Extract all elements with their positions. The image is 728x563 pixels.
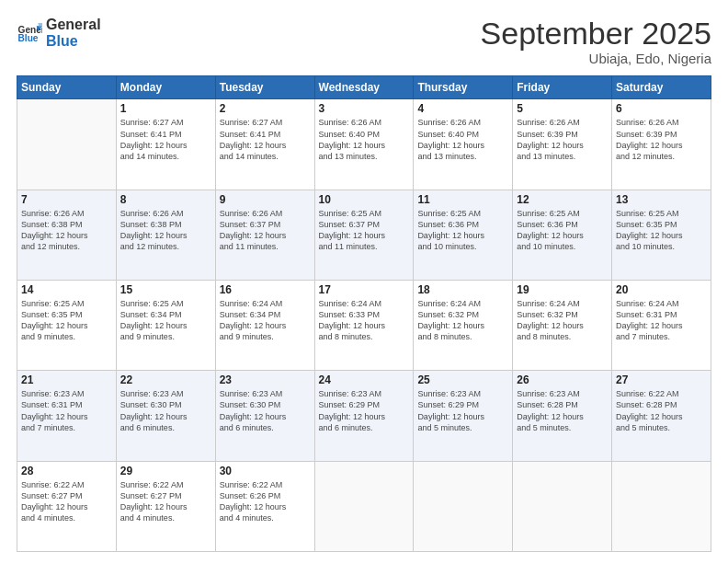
day-info: Sunrise: 6:26 AM: [517, 117, 608, 128]
day-info: and 5 minutes.: [417, 422, 508, 433]
day-number: 29: [120, 465, 211, 477]
day-number: 2: [220, 102, 311, 115]
day-number: 28: [21, 465, 112, 477]
day-info: Sunrise: 6:24 AM: [417, 298, 508, 309]
calendar-cell: 13Sunrise: 6:25 AMSunset: 6:35 PMDayligh…: [612, 190, 711, 280]
day-number: 11: [417, 193, 508, 206]
calendar-cell: [513, 461, 612, 551]
col-header-sunday: Sunday: [17, 76, 117, 99]
col-header-monday: Monday: [116, 76, 215, 99]
calendar-cell: [314, 461, 414, 551]
day-number: 27: [616, 373, 707, 386]
day-info: Daylight: 12 hours: [517, 411, 608, 422]
calendar-cell: 14Sunrise: 6:25 AMSunset: 6:35 PMDayligh…: [17, 281, 117, 371]
calendar-cell: 11Sunrise: 6:25 AMSunset: 6:36 PMDayligh…: [414, 190, 513, 280]
day-number: 26: [517, 373, 608, 386]
calendar-cell: 30Sunrise: 6:22 AMSunset: 6:26 PMDayligh…: [215, 461, 314, 551]
day-number: 25: [417, 373, 508, 386]
day-info: Sunset: 6:27 PM: [21, 490, 112, 501]
day-info: Sunrise: 6:24 AM: [319, 298, 410, 309]
day-info: Daylight: 12 hours: [517, 140, 608, 151]
day-number: 12: [517, 193, 608, 206]
calendar-cell: 3Sunrise: 6:26 AMSunset: 6:40 PMDaylight…: [314, 99, 414, 190]
day-info: Sunrise: 6:24 AM: [220, 298, 311, 309]
day-info: Daylight: 12 hours: [417, 140, 508, 151]
day-info: and 12 minutes.: [616, 151, 707, 162]
calendar-cell: 10Sunrise: 6:25 AMSunset: 6:37 PMDayligh…: [314, 190, 414, 280]
day-info: Daylight: 12 hours: [517, 230, 608, 241]
day-info: and 9 minutes.: [220, 331, 311, 342]
calendar-cell: 24Sunrise: 6:23 AMSunset: 6:29 PMDayligh…: [314, 371, 414, 461]
day-info: Sunset: 6:33 PM: [319, 309, 410, 320]
calendar-cell: 20Sunrise: 6:24 AMSunset: 6:31 PMDayligh…: [612, 281, 711, 371]
title-block: September 2025 Ubiaja, Edo, Nigeria: [481, 17, 711, 66]
calendar-cell: 2Sunrise: 6:27 AMSunset: 6:41 PMDaylight…: [215, 99, 314, 190]
calendar-cell: 18Sunrise: 6:24 AMSunset: 6:32 PMDayligh…: [414, 281, 513, 371]
day-info: Sunset: 6:34 PM: [220, 309, 311, 320]
day-info: Sunset: 6:38 PM: [21, 219, 112, 230]
day-info: Daylight: 12 hours: [120, 411, 211, 422]
calendar-cell: 15Sunrise: 6:25 AMSunset: 6:34 PMDayligh…: [116, 281, 215, 371]
day-info: and 4 minutes.: [120, 512, 211, 523]
calendar-cell: 5Sunrise: 6:26 AMSunset: 6:39 PMDaylight…: [513, 99, 612, 190]
day-info: Daylight: 12 hours: [319, 411, 410, 422]
day-info: Daylight: 12 hours: [417, 230, 508, 241]
day-info: Sunset: 6:27 PM: [120, 490, 211, 501]
day-number: 15: [120, 283, 211, 296]
day-info: Sunset: 6:37 PM: [220, 219, 311, 230]
day-info: Daylight: 12 hours: [220, 230, 311, 241]
day-info: Sunset: 6:32 PM: [417, 309, 508, 320]
day-info: Sunset: 6:40 PM: [417, 129, 508, 140]
day-number: 9: [220, 193, 311, 206]
day-number: 13: [616, 193, 707, 206]
day-number: 30: [220, 465, 311, 477]
day-info: and 6 minutes.: [319, 422, 410, 433]
day-info: Daylight: 12 hours: [120, 501, 211, 512]
day-info: Daylight: 12 hours: [21, 320, 112, 331]
day-info: and 12 minutes.: [120, 241, 211, 252]
day-info: Sunset: 6:34 PM: [120, 309, 211, 320]
day-number: 7: [21, 193, 112, 206]
calendar-cell: 28Sunrise: 6:22 AMSunset: 6:27 PMDayligh…: [17, 461, 117, 551]
day-info: and 13 minutes.: [319, 151, 410, 162]
logo-icon: General Blue: [17, 20, 42, 46]
day-info: Sunrise: 6:24 AM: [616, 298, 707, 309]
day-info: and 11 minutes.: [220, 241, 311, 252]
day-info: Daylight: 12 hours: [616, 320, 707, 331]
day-info: Sunset: 6:28 PM: [517, 399, 608, 410]
day-info: Sunrise: 6:27 AM: [220, 117, 311, 128]
day-number: 5: [517, 102, 608, 115]
calendar-table: SundayMondayTuesdayWednesdayThursdayFrid…: [17, 75, 711, 552]
day-info: Sunrise: 6:26 AM: [220, 208, 311, 219]
day-info: and 10 minutes.: [417, 241, 508, 252]
day-info: Daylight: 12 hours: [319, 140, 410, 151]
day-info: Sunrise: 6:25 AM: [417, 208, 508, 219]
day-info: Sunrise: 6:25 AM: [517, 208, 608, 219]
calendar-cell: 23Sunrise: 6:23 AMSunset: 6:30 PMDayligh…: [215, 371, 314, 461]
day-info: and 5 minutes.: [616, 422, 707, 433]
day-info: Daylight: 12 hours: [120, 230, 211, 241]
day-number: 6: [616, 102, 707, 115]
calendar-cell: 12Sunrise: 6:25 AMSunset: 6:36 PMDayligh…: [513, 190, 612, 280]
calendar-cell: 8Sunrise: 6:26 AMSunset: 6:38 PMDaylight…: [116, 190, 215, 280]
calendar-cell: [17, 99, 117, 190]
day-info: Sunrise: 6:23 AM: [220, 388, 311, 399]
day-number: 19: [517, 283, 608, 296]
day-info: and 11 minutes.: [319, 241, 410, 252]
day-number: 21: [21, 373, 112, 386]
day-info: Daylight: 12 hours: [517, 320, 608, 331]
day-info: Sunset: 6:40 PM: [319, 129, 410, 140]
day-info: Sunrise: 6:26 AM: [616, 117, 707, 128]
location-subtitle: Ubiaja, Edo, Nigeria: [481, 51, 711, 66]
calendar-cell: 6Sunrise: 6:26 AMSunset: 6:39 PMDaylight…: [612, 99, 711, 190]
day-info: and 14 minutes.: [220, 151, 311, 162]
day-info: Daylight: 12 hours: [417, 411, 508, 422]
day-info: Sunset: 6:36 PM: [517, 219, 608, 230]
day-info: and 9 minutes.: [120, 331, 211, 342]
calendar-cell: 4Sunrise: 6:26 AMSunset: 6:40 PMDaylight…: [414, 99, 513, 190]
day-info: Sunset: 6:41 PM: [120, 129, 211, 140]
calendar-week-row: 7Sunrise: 6:26 AMSunset: 6:38 PMDaylight…: [17, 190, 711, 280]
day-info: and 13 minutes.: [517, 151, 608, 162]
day-info: Sunset: 6:26 PM: [220, 490, 311, 501]
day-number: 14: [21, 283, 112, 296]
